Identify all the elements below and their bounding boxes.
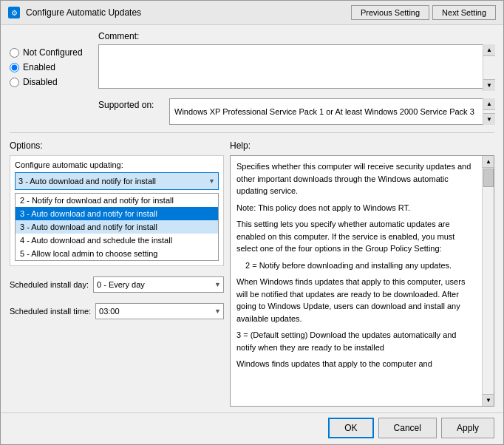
options-label: Options: bbox=[10, 140, 43, 151]
help-para-1: Specifies whether this computer will rec… bbox=[236, 160, 474, 197]
supported-wrapper: Windows XP Professional Service Pack 1 o… bbox=[169, 98, 494, 125]
help-para-4: 2 = Notify before downloading and instal… bbox=[245, 259, 474, 272]
schedule-day-label: Scheduled install day: bbox=[10, 280, 89, 289]
section-labels-row: Options: Help: bbox=[10, 140, 494, 151]
supported-scrollbar: ▲ ▼ bbox=[483, 98, 494, 125]
help-para-6: 3 = (Default setting) Download the updat… bbox=[236, 329, 474, 353]
dropdown-item-3-highlighted[interactable]: 3 - Auto download and notify for install bbox=[16, 220, 218, 234]
radio-enabled-input[interactable] bbox=[10, 63, 19, 72]
help-scrollbar: ▲ ▼ bbox=[482, 156, 494, 406]
radio-disabled-input[interactable] bbox=[10, 78, 19, 87]
dropdown-arrow-icon: ▼ bbox=[208, 177, 215, 185]
dropdown-item-4[interactable]: 4 - Auto download and schedule the insta… bbox=[16, 234, 218, 247]
radio-group: Not Configured Enabled Disabled bbox=[10, 31, 91, 125]
dropdown-list: 2 - Notify for download and notify for i… bbox=[15, 193, 219, 261]
comment-scroll-down[interactable]: ▼ bbox=[483, 79, 495, 91]
ok-button[interactable]: OK bbox=[328, 418, 373, 438]
title-bar: ⚙ Configure Automatic Updates Previous S… bbox=[1, 1, 503, 25]
help-para-3: This setting lets you specify whether au… bbox=[236, 218, 474, 255]
configure-group: Configure automatic updating: 3 - Auto d… bbox=[10, 155, 224, 266]
configure-dropdown[interactable]: 3 - Auto download and notify for install… bbox=[15, 172, 219, 190]
comment-wrapper: ▲ ▼ bbox=[98, 44, 494, 91]
dropdown-item-5[interactable]: 5 - Allow local admin to choose setting bbox=[16, 247, 218, 260]
radio-not-configured[interactable]: Not Configured bbox=[10, 47, 91, 58]
help-text: Specifies whether this computer will rec… bbox=[236, 160, 488, 401]
comment-textarea[interactable] bbox=[98, 44, 494, 89]
bottom-buttons: OK Cancel Apply bbox=[1, 412, 503, 444]
schedule-time-wrapper: 00:00 01:00 02:00 03:00 04:00 05:00 ▼ bbox=[95, 303, 224, 319]
schedule-day-row: Scheduled install day: 0 - Every day 1 -… bbox=[10, 276, 224, 293]
schedule-time-select[interactable]: 00:00 01:00 02:00 03:00 04:00 05:00 bbox=[95, 303, 224, 319]
schedule-time-label: Scheduled install time: bbox=[10, 307, 91, 316]
main-content: Not Configured Enabled Disabled Comment: bbox=[1, 25, 503, 412]
cancel-button[interactable]: Cancel bbox=[378, 418, 437, 438]
help-para-5: When Windows finds updates that apply to… bbox=[236, 276, 474, 325]
help-scrollbar-thumb[interactable] bbox=[483, 169, 494, 187]
radio-enabled[interactable]: Enabled bbox=[10, 62, 91, 72]
supported-value: Windows XP Professional Service Pack 1 o… bbox=[174, 107, 474, 116]
top-section: Not Configured Enabled Disabled Comment: bbox=[10, 31, 494, 125]
supported-row: Supported on: Windows XP Professional Se… bbox=[98, 98, 494, 125]
comment-section: Comment: ▲ ▼ bbox=[98, 31, 494, 91]
help-para-7: Windows finds updates that apply to the … bbox=[236, 358, 474, 370]
supported-scroll-up[interactable]: ▲ bbox=[483, 98, 495, 110]
header-buttons: Previous Setting Next Setting bbox=[351, 5, 496, 20]
supported-box: Windows XP Professional Service Pack 1 o… bbox=[169, 98, 494, 125]
radio-disabled-label: Disabled bbox=[23, 77, 58, 87]
next-setting-button[interactable]: Next Setting bbox=[432, 5, 496, 20]
dialog-icon: ⚙ bbox=[8, 7, 20, 18]
schedule-time-row: Scheduled install time: 00:00 01:00 02:0… bbox=[10, 303, 224, 319]
help-scrollbar-track bbox=[483, 168, 494, 394]
radio-not-configured-label: Not Configured bbox=[23, 47, 83, 58]
radio-enabled-label: Enabled bbox=[23, 62, 55, 72]
panels-row: Configure automatic updating: 3 - Auto d… bbox=[10, 155, 494, 407]
help-scroll-up[interactable]: ▲ bbox=[483, 156, 494, 168]
dialog-title: Configure Automatic Updates bbox=[26, 7, 345, 18]
schedule-day-select[interactable]: 0 - Every day 1 - Sunday 2 - Monday 3 - … bbox=[93, 276, 224, 293]
comment-scroll-up[interactable]: ▲ bbox=[483, 44, 495, 56]
help-content: Specifies whether this computer will rec… bbox=[230, 155, 494, 407]
supported-label: Supported on: bbox=[98, 98, 165, 110]
dropdown-wrapper: 3 - Auto download and notify for install… bbox=[15, 172, 219, 190]
comment-label: Comment: bbox=[98, 31, 494, 41]
supported-scroll-down[interactable]: ▼ bbox=[483, 113, 495, 125]
divider bbox=[10, 132, 494, 133]
configure-automatic-updates-dialog: ⚙ Configure Automatic Updates Previous S… bbox=[0, 0, 504, 445]
options-panel: Configure automatic updating: 3 - Auto d… bbox=[10, 155, 224, 407]
configure-label: Configure automatic updating: bbox=[15, 160, 219, 169]
dropdown-item-2[interactable]: 2 - Notify for download and notify for i… bbox=[16, 194, 218, 207]
dropdown-item-3-selected[interactable]: 3 - Auto download and notify for install bbox=[16, 207, 218, 220]
help-para-2: Note: This policy does not apply to Wind… bbox=[236, 202, 474, 214]
help-scroll-down[interactable]: ▼ bbox=[483, 394, 494, 406]
options-label-container: Options: bbox=[10, 140, 224, 151]
radio-not-configured-input[interactable] bbox=[10, 48, 19, 58]
help-label: Help: bbox=[230, 140, 251, 151]
previous-setting-button[interactable]: Previous Setting bbox=[351, 5, 429, 20]
schedule-day-wrapper: 0 - Every day 1 - Sunday 2 - Monday 3 - … bbox=[93, 276, 224, 293]
radio-disabled[interactable]: Disabled bbox=[10, 77, 91, 87]
dropdown-selected-text: 3 - Auto download and notify for install bbox=[18, 177, 156, 186]
help-panel: Specifies whether this computer will rec… bbox=[230, 155, 494, 407]
help-label-container: Help: bbox=[230, 140, 494, 151]
comment-scrollbar: ▲ ▼ bbox=[483, 44, 494, 91]
apply-button[interactable]: Apply bbox=[441, 418, 494, 438]
